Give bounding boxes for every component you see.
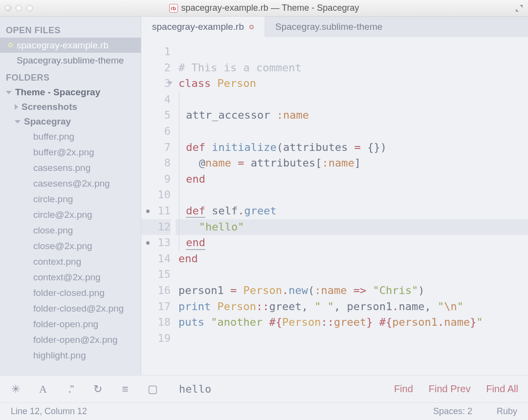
code-line[interactable] [176, 124, 528, 140]
code-line[interactable]: person1 = Person.new(:name => "Chris") [176, 283, 528, 299]
syntax-status[interactable]: Ruby [497, 406, 517, 417]
code-line[interactable]: def self.greet [176, 203, 528, 219]
fold-icon[interactable] [168, 82, 173, 84]
subfolder-label: Screenshots [22, 102, 77, 112]
gutter-line[interactable]: 15 [141, 267, 171, 283]
cursor-position[interactable]: Line 12, Column 12 [11, 406, 87, 417]
bookmark-icon [146, 210, 150, 213]
token: "Chris" [373, 284, 418, 296]
gutter-line[interactable]: 18 [141, 315, 171, 331]
find-prev-button[interactable]: Find Prev [429, 383, 471, 395]
code-line[interactable]: class Person [176, 76, 528, 92]
code-content[interactable]: # This is a commentclass Person attr_acc… [176, 44, 528, 375]
file-item[interactable]: folder-open@2x.png [0, 332, 141, 348]
token: name [444, 316, 470, 328]
file-item[interactable]: folder-closed@2x.png [0, 301, 141, 316]
minimize-window-button[interactable] [16, 5, 22, 11]
token: :name [277, 109, 309, 121]
code-line[interactable] [176, 187, 528, 203]
file-item[interactable]: circle.png [0, 191, 141, 207]
file-item[interactable]: context.png [0, 254, 141, 270]
gutter-line[interactable]: 8 [141, 155, 171, 171]
file-item[interactable]: close.png [0, 223, 141, 238]
code-line[interactable]: print Person::greet, " ", person1.name, … [176, 299, 528, 315]
gutter[interactable]: 12345678910111213141516171819 [141, 44, 176, 375]
code-line[interactable]: attr_accessor :name [176, 107, 528, 124]
tab-label: Spacegray.sublime-theme [275, 21, 382, 32]
tab[interactable]: Spacegray.sublime-theme [264, 17, 393, 37]
code-line[interactable]: def initialize(attributes = {}) [176, 140, 528, 156]
indentation-status[interactable]: Spaces: 2 [433, 406, 472, 417]
file-item[interactable]: highlight.png [0, 348, 141, 363]
file-item[interactable]: folder-closed.png [0, 285, 141, 301]
fullscreen-icon[interactable] [515, 4, 523, 12]
token: end [186, 236, 205, 250]
token: greet, [269, 300, 314, 313]
whole-word-icon[interactable]: ․" [65, 383, 76, 396]
file-item[interactable]: casesens@2x.png [0, 176, 141, 191]
code-line[interactable]: @name = attributes[:name] [176, 155, 528, 171]
code-line[interactable]: end [176, 171, 528, 188]
gutter-line[interactable]: 12 [141, 219, 171, 235]
code-line[interactable]: puts "another #{Person::greet} #{person1… [176, 315, 528, 331]
gutter-line[interactable]: 3 [141, 76, 171, 92]
find-all-button[interactable]: Find All [486, 383, 518, 395]
code-line[interactable] [176, 92, 528, 108]
gutter-line[interactable]: 7 [141, 140, 171, 156]
wrap-icon[interactable]: ↻ [92, 383, 104, 396]
highlight-icon[interactable]: ▢ [147, 383, 158, 396]
gutter-line[interactable]: 17 [141, 299, 171, 315]
file-item[interactable]: close@2x.png [0, 238, 141, 254]
token: \n [444, 300, 457, 313]
gutter-line[interactable]: 2 [141, 60, 171, 76]
gutter-line[interactable]: 1 [141, 44, 171, 60]
gutter-line[interactable]: 5 [141, 107, 171, 124]
find-button[interactable]: Find [394, 383, 413, 395]
open-file-item[interactable]: Spacegray.sublime-theme [0, 53, 141, 68]
gutter-line[interactable]: 14 [141, 251, 171, 267]
gutter-line[interactable]: 13 [141, 235, 171, 251]
in-selection-icon[interactable]: ≡ [119, 383, 131, 396]
code-line[interactable] [176, 331, 528, 347]
regex-icon[interactable]: ✳ [10, 383, 22, 396]
token: " [457, 300, 463, 313]
project-folder-label: Theme - Spacegray [15, 87, 100, 98]
token: greet [244, 205, 276, 217]
open-file-item[interactable]: spacegray-example.rb [0, 38, 141, 53]
subfolder-item[interactable]: Spacegray [0, 114, 141, 129]
gutter-line[interactable]: 16 [141, 283, 171, 299]
file-item[interactable]: circle@2x.png [0, 207, 141, 223]
gutter-line[interactable]: 11 [141, 203, 171, 219]
project-folder[interactable]: Theme - Spacegray [0, 85, 141, 100]
token: Person [243, 284, 282, 296]
gutter-line[interactable]: 19 [141, 331, 171, 347]
file-item[interactable]: buffer.png [0, 129, 141, 145]
sidebar: OPEN FILES spacegray-example.rbSpacegray… [0, 17, 141, 375]
code-line[interactable]: # This is a comment [176, 60, 528, 76]
code-line[interactable] [176, 44, 528, 60]
token [237, 284, 243, 296]
file-item[interactable]: context@2x.png [0, 270, 141, 285]
code-line[interactable]: end [176, 235, 528, 251]
token: # This is a comment [178, 62, 302, 74]
close-window-button[interactable] [5, 5, 11, 11]
gutter-line[interactable]: 6 [141, 124, 171, 140]
token: Person [282, 316, 321, 328]
gutter-line[interactable]: 10 [141, 187, 171, 203]
subfolder-item[interactable]: Screenshots [0, 100, 141, 114]
gutter-line[interactable]: 4 [141, 92, 171, 108]
case-sensitive-icon[interactable]: A [37, 383, 49, 396]
tab[interactable]: spacegray-example.rb [141, 17, 264, 37]
gutter-line[interactable]: 9 [141, 171, 171, 188]
token: ( [308, 284, 314, 296]
code-editor[interactable]: 12345678910111213141516171819 # This is … [141, 37, 528, 375]
file-item[interactable]: buffer@2x.png [0, 145, 141, 160]
file-item[interactable]: casesens.png [0, 160, 141, 176]
file-item[interactable]: folder-open.png [0, 316, 141, 332]
token: def [186, 205, 205, 218]
code-line[interactable]: "hello" [176, 219, 528, 235]
code-line[interactable] [176, 267, 528, 283]
find-input[interactable]: hello [179, 383, 378, 395]
code-line[interactable]: end [176, 251, 528, 267]
zoom-window-button[interactable] [26, 5, 33, 11]
